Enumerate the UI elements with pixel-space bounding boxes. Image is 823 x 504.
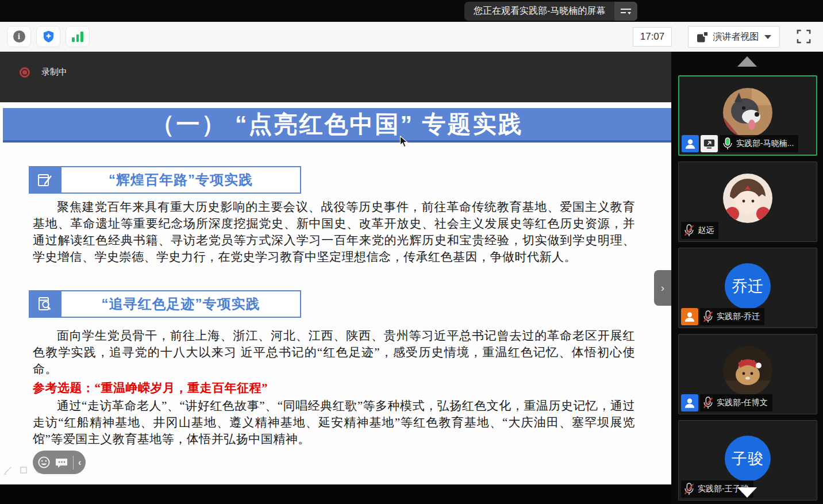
avatar-photo-anime	[679, 174, 817, 223]
member-badge-icon	[681, 394, 698, 411]
section-1-heading: “辉煌百年路”专项实践	[109, 171, 253, 189]
stage-bottom-bar	[0, 484, 671, 504]
avatar-initials-text: 子骏	[732, 448, 764, 469]
participant-name-bar: 实践部-马晓楠...	[682, 135, 798, 152]
participant-name-bar: 实践部-乔迁	[681, 308, 764, 325]
participant-tile-renbowen[interactable]: 实践部-任博文	[678, 334, 817, 414]
section-1-body: 聚焦建党百年来具有重大历史影响的主要会议、战役等历史事件，前往革命传统教育基地、…	[33, 199, 635, 266]
participants-sidebar: 实践部-马晓楠...	[671, 52, 823, 504]
view-mode-label: 演讲者视图	[713, 31, 759, 43]
section-2-heading: “追寻红色足迹”专项实践	[102, 295, 260, 313]
avatar-initials: 子骏	[725, 436, 771, 482]
reference-body: 通过“走访革命老人”、“讲好红色故事”、“同唱经典红歌”等多种模式，弘扬红色文化…	[33, 398, 635, 448]
mic-muted-icon	[683, 482, 695, 496]
reaction-pill: ‹	[33, 451, 86, 474]
screen-watch-banner: 您正在观看实践部-马晓楠的屏幕	[464, 2, 637, 21]
avatar-initials-text: 乔迁	[732, 276, 764, 297]
recording-label: 录制中	[41, 67, 67, 78]
annotation-menu-button[interactable]	[614, 2, 637, 21]
network-signal-icon	[72, 32, 83, 42]
participant-tile-maxiaonan[interactable]: 实践部-马晓楠...	[678, 75, 817, 156]
shape-square-icon	[19, 465, 28, 475]
participant-tile-zhaoyuan[interactable]: 赵远	[678, 161, 817, 242]
document-magnifier-icon	[29, 290, 60, 318]
chat-bubble-icon[interactable]	[55, 456, 68, 469]
participant-name-bar: 实践部-任博文	[681, 394, 772, 411]
participant-name: 实践部-马晓楠...	[736, 138, 794, 149]
screen-watch-title: 您正在观看实践部-马晓楠的屏幕	[464, 2, 614, 21]
presentation-slide: （一） “点亮红色中国” 专题实践 “辉煌百年路”专项实践 聚焦建党百年来具有重…	[0, 102, 671, 484]
record-dot-icon	[20, 67, 30, 78]
annotation-menu-icon	[620, 7, 632, 16]
meeting-clock: 17:07	[633, 27, 672, 47]
mic-muted-icon	[702, 396, 714, 410]
screenshare-badge-icon	[701, 135, 718, 152]
section-1-title-box: “辉煌百年路”专项实践	[60, 166, 301, 194]
mic-muted-icon	[683, 224, 695, 237]
avatar-photo-husky	[679, 88, 816, 137]
chevron-down-icon	[764, 35, 771, 39]
section-2-title-box: “追寻红色足迹”专项实践	[60, 290, 301, 318]
pencil-icon	[3, 465, 13, 475]
scroll-up-arrow[interactable]	[737, 56, 757, 67]
slide-title-band: （一） “点亮红色中国” 专题实践	[3, 108, 671, 143]
participant-name-bar: 赵远	[681, 222, 718, 239]
network-status-button[interactable]	[66, 26, 90, 47]
info-icon: i	[13, 30, 25, 43]
view-mode-button[interactable]: 演讲者视图	[688, 26, 780, 48]
meeting-toolbar: i 17:07 演讲者视图	[0, 22, 823, 52]
top-strip: 您正在观看实践部-马晓楠的屏幕	[0, 0, 823, 22]
participant-name: 实践部-任博文	[717, 398, 768, 408]
section-2-body: 面向学生党员骨干，前往上海、浙江、河北、江西、陕西、贵州等习近平总书记曾去过的革…	[33, 328, 635, 378]
participant-name: 赵远	[698, 225, 714, 236]
fullscreen-icon	[796, 29, 812, 44]
mic-muted-icon	[702, 310, 714, 324]
participant-tile-qiaoqian[interactable]: 乔迁 实践部-乔迁	[678, 248, 817, 328]
participant-name: 实践部-乔迁	[717, 311, 760, 322]
mic-on-icon	[722, 137, 733, 151]
security-button[interactable]	[36, 26, 60, 47]
emoji-icon[interactable]	[37, 456, 51, 469]
pill-divider	[73, 456, 74, 470]
fullscreen-button[interactable]	[795, 28, 812, 45]
expand-right-chevron: ›	[661, 282, 664, 294]
meeting-info-button[interactable]: i	[7, 26, 31, 47]
section-1-header: “辉煌百年路”专项实践	[29, 166, 301, 194]
recording-indicator: 录制中	[20, 67, 67, 78]
sidebar-collapse-tab[interactable]: ›	[654, 270, 671, 306]
member-badge-icon	[682, 135, 699, 152]
speaker-view-layout-icon	[697, 32, 708, 43]
avatar-initials: 乔迁	[725, 263, 771, 309]
scroll-down-arrow[interactable]	[737, 487, 757, 498]
collapse-pill-chevron[interactable]: ‹	[78, 457, 81, 468]
shield-plus-icon	[42, 30, 55, 43]
shared-screen-stage: 录制中 （一） “点亮红色中国” 专题实践 “辉煌百年路”专项实践	[0, 52, 671, 504]
host-badge-icon	[681, 308, 698, 325]
section-2-header: “追寻红色足迹”专项实践	[29, 290, 301, 318]
slide-title: （一） “点亮红色中国” 专题实践	[151, 109, 524, 140]
mouse-cursor	[399, 136, 408, 150]
reference-topic: 参考选题：“重温峥嵘岁月，重走百年征程”	[33, 380, 268, 396]
notepad-pencil-icon	[29, 166, 60, 194]
avatar-photo-cat	[679, 346, 817, 395]
